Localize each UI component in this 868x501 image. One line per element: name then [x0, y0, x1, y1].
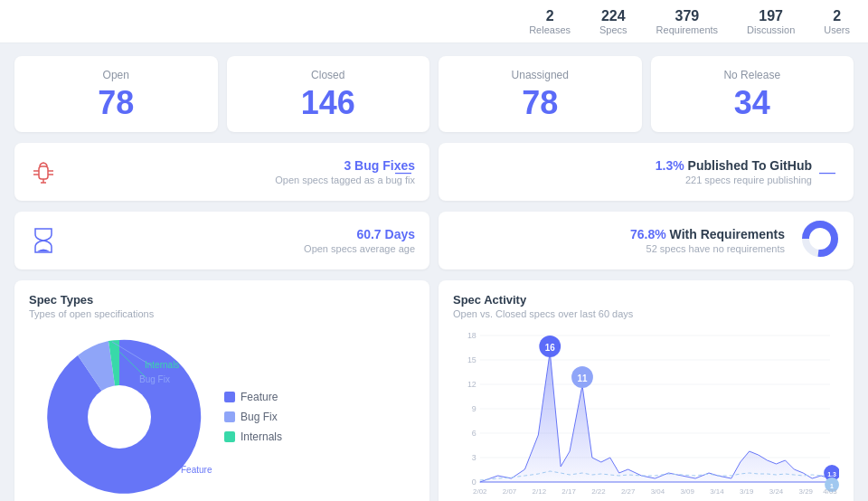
- hourglass-icon: [27, 224, 60, 257]
- activity-chart: 0 3 6 9 12 15 18: [453, 326, 839, 501]
- svg-text:2/22: 2/22: [591, 487, 606, 496]
- dash-icon-2: —: [819, 163, 835, 182]
- svg-text:9: 9: [472, 404, 476, 413]
- svg-text:3/19: 3/19: [740, 487, 754, 496]
- legend-bugfix: Bug Fix: [224, 411, 415, 423]
- top-bar: 2 Releases 224 Specs 379 Requirements 19…: [0, 0, 868, 43]
- pie-label-internals: Internals: [145, 360, 179, 370]
- pie-area: Internals Bug Fix Feature Feature: [29, 326, 415, 501]
- pie-chart-body: Internals Bug Fix Feature Feature: [29, 326, 415, 501]
- svg-text:3: 3: [472, 453, 476, 462]
- donut-chart: [801, 220, 839, 261]
- published-text: 1.3% Published To GitHub 221 specs requi…: [451, 158, 839, 185]
- card-published[interactable]: 1.3% Published To GitHub 221 specs requi…: [439, 143, 854, 201]
- bug-fixes-text: 3 Bug Fixes Open specs tagged as a bug f…: [72, 158, 415, 185]
- svg-text:3/09: 3/09: [680, 487, 694, 496]
- legend: Feature Bug Fix Internals: [224, 391, 415, 443]
- legend-feature: Feature: [224, 391, 415, 403]
- svg-text:6: 6: [472, 429, 476, 438]
- charts-row: Spec Types Types of open specifications: [14, 280, 854, 501]
- legend-dot-bugfix: [224, 411, 235, 422]
- pie-wrap: Internals Bug Fix Feature: [29, 331, 210, 501]
- info-row-1: 3 Bug Fixes Open specs tagged as a bug f…: [14, 143, 854, 201]
- requirements-text: 76.8% With Requirements 52 specs have no…: [451, 227, 839, 254]
- stat-releases[interactable]: 2 Releases: [529, 7, 571, 35]
- svg-text:3/24: 3/24: [769, 487, 784, 496]
- svg-text:3/14: 3/14: [710, 487, 724, 496]
- svg-text:2/27: 2/27: [621, 487, 636, 496]
- svg-text:11: 11: [577, 373, 587, 383]
- svg-text:18: 18: [467, 331, 476, 340]
- svg-text:2/12: 2/12: [533, 487, 547, 496]
- pie-legend: Feature Bug Fix Internals: [224, 391, 415, 443]
- spec-types-card: Spec Types Types of open specifications: [14, 280, 429, 501]
- stat-requirements[interactable]: 379 Requirements: [656, 7, 718, 35]
- legend-internals: Internals: [224, 430, 415, 443]
- pie-label-feature: Feature: [181, 465, 212, 475]
- days-text: 60.7 Days Open specs average age: [72, 227, 415, 254]
- stat-discussion[interactable]: 197 Discussion: [747, 7, 795, 35]
- card-closed[interactable]: Closed 146: [227, 56, 430, 132]
- bug-icon: [27, 156, 60, 188]
- card-bug-fixes[interactable]: 3 Bug Fixes Open specs tagged as a bug f…: [14, 143, 429, 201]
- spec-activity-card: Spec Activity Open vs. Closed specs over…: [439, 280, 854, 501]
- info-row-2: 60.7 Days Open specs average age 76.8% W…: [14, 212, 854, 269]
- legend-dot-internals: [224, 431, 235, 442]
- svg-text:1.3: 1.3: [827, 471, 836, 477]
- card-open[interactable]: Open 78: [14, 56, 218, 132]
- svg-text:2/17: 2/17: [561, 487, 576, 496]
- svg-point-9: [88, 385, 151, 449]
- svg-text:16: 16: [545, 343, 555, 353]
- legend-dot-feature: [224, 392, 235, 402]
- svg-rect-0: [39, 166, 48, 179]
- card-days[interactable]: 60.7 Days Open specs average age: [14, 212, 429, 269]
- main-content: Open 78 Closed 146 Unassigned 78 No Rele…: [0, 43, 868, 501]
- stat-users[interactable]: 2 Users: [824, 7, 850, 35]
- svg-text:4/03: 4/03: [823, 487, 837, 496]
- svg-text:3/29: 3/29: [799, 487, 814, 496]
- svg-text:12: 12: [467, 380, 476, 389]
- stats-row: Open 78 Closed 146 Unassigned 78 No Rele…: [14, 56, 854, 132]
- card-unassigned[interactable]: Unassigned 78: [439, 56, 642, 132]
- pie-label-bugfix: Bug Fix: [139, 374, 170, 384]
- card-requirements[interactable]: 76.8% With Requirements 52 specs have no…: [439, 212, 854, 269]
- dash-icon: —: [395, 163, 411, 182]
- svg-text:15: 15: [467, 355, 476, 364]
- svg-text:3/04: 3/04: [651, 487, 665, 496]
- svg-text:2/02: 2/02: [473, 487, 487, 496]
- stat-specs[interactable]: 224 Specs: [599, 7, 627, 35]
- card-no-release[interactable]: No Release 34: [651, 56, 854, 132]
- svg-text:2/07: 2/07: [503, 487, 517, 496]
- svg-text:0: 0: [472, 477, 476, 487]
